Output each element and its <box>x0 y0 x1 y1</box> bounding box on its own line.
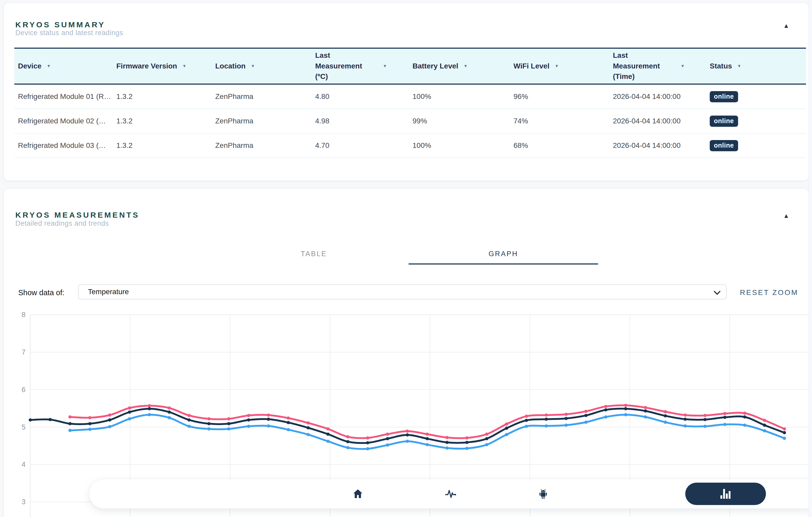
measurements-subtitle: Detailed readings and trends <box>16 220 109 228</box>
y-axis-label: 5 <box>0 422 26 432</box>
cell-time: 2026-04-04 14:00:00 <box>609 141 706 150</box>
column-header-last-measurement-time[interactable]: Last Measurement (Time) ▼ <box>609 49 706 84</box>
cell-status: online <box>706 140 806 151</box>
cell-firmware: 1.3.2 <box>113 92 211 101</box>
column-header-last-measurement-c[interactable]: Last Measurement (ºC) ▼ <box>312 49 409 84</box>
collapse-summary-button[interactable]: ▲ <box>778 20 794 31</box>
series-select-value: Temperature <box>88 288 129 296</box>
cell-battery: 100% <box>409 92 510 101</box>
table-body: Refrigerated Module 01 (R… 1.3.2 ZenPhar… <box>14 85 806 158</box>
y-axis-label: 7 <box>0 347 26 357</box>
y-axis-label: 4 <box>0 459 26 469</box>
status-badge: online <box>710 116 738 127</box>
cell-device: Refrigerated Module 02 (… <box>14 117 113 125</box>
cell-last-c: 4.70 <box>312 141 409 150</box>
measurements-title: KRYOS MEASUREMENTS <box>16 210 140 220</box>
cell-device: Refrigerated Module 03 (… <box>14 141 113 150</box>
summary-subtitle: Device status and latest readings <box>16 29 123 37</box>
table-row: Refrigerated Module 03 (… 1.3.2 ZenPharm… <box>14 134 806 158</box>
cell-device: Refrigerated Module 01 (R… <box>14 92 113 101</box>
show-data-label: Show data of: <box>18 288 64 297</box>
column-header-location[interactable]: Location ▼ <box>211 49 312 84</box>
table-row: Refrigerated Module 02 (… 1.3.2 ZenPharm… <box>14 109 806 134</box>
tab-table[interactable]: TABLE <box>219 244 409 264</box>
cell-location: ZenPharma <box>211 117 312 125</box>
summary-card: KRYOS SUMMARY Device status and latest r… <box>4 3 809 181</box>
cell-firmware: 1.3.2 <box>113 117 211 125</box>
series-line-refrigerated-module-01 <box>30 409 785 443</box>
nav-android-button[interactable] <box>527 479 559 509</box>
activity-icon <box>444 488 457 500</box>
status-badge: online <box>710 91 738 102</box>
summary-title: KRYOS SUMMARY <box>16 20 106 29</box>
y-axis-label: 6 <box>0 385 26 395</box>
collapse-up-icon: ▲ <box>783 212 789 219</box>
y-axis-label: 3 <box>0 497 26 507</box>
table-row: Refrigerated Module 01 (R… 1.3.2 ZenPhar… <box>14 85 806 109</box>
sort-arrow-icon[interactable]: ▼ <box>680 64 685 68</box>
cell-last-c: 4.98 <box>312 117 409 125</box>
cell-time: 2026-04-04 14:00:00 <box>609 117 706 125</box>
android-icon <box>538 488 549 500</box>
sort-arrow-icon[interactable]: ▼ <box>737 64 742 68</box>
cell-firmware: 1.3.2 <box>113 141 211 150</box>
column-header-status[interactable]: Status ▼ <box>706 49 806 84</box>
cell-wifi: 68% <box>510 141 609 150</box>
column-header-device[interactable]: Device ▼ <box>14 49 113 84</box>
dashboard-page: { "summary_card": { "title": "KRYOS SUMM… <box>0 0 812 517</box>
cell-wifi: 96% <box>510 92 609 101</box>
table-header-row: Device ▼ Firmware Version ▼ Location ▼ L… <box>14 48 806 85</box>
measurements-tabs: TABLE GRAPH <box>219 244 598 264</box>
cell-last-c: 4.80 <box>312 92 409 101</box>
cell-status: online <box>706 91 806 102</box>
column-header-firmware[interactable]: Firmware Version ▼ <box>113 49 211 84</box>
collapse-measurements-button[interactable]: ▲ <box>778 210 794 222</box>
y-axis-label: 8 <box>0 310 26 320</box>
bar-chart-icon <box>720 489 731 499</box>
status-badge: online <box>710 140 738 151</box>
sort-arrow-icon[interactable]: ▼ <box>464 64 468 68</box>
home-icon <box>352 488 364 499</box>
sort-arrow-icon[interactable]: ▼ <box>182 64 186 68</box>
tab-graph[interactable]: GRAPH <box>409 244 598 264</box>
column-header-wifi[interactable]: WiFi Level ▼ <box>510 49 609 84</box>
sort-arrow-icon[interactable]: ▼ <box>251 64 255 68</box>
reset-zoom-button[interactable]: RESET ZOOM <box>740 288 799 297</box>
sort-arrow-icon[interactable]: ▼ <box>555 64 559 68</box>
cell-battery: 99% <box>409 117 510 125</box>
cell-wifi: 74% <box>510 117 609 125</box>
collapse-up-icon: ▲ <box>783 22 789 29</box>
sort-arrow-icon[interactable]: ▼ <box>47 64 51 68</box>
scrollbar[interactable] <box>808 0 812 517</box>
sort-arrow-icon[interactable]: ▼ <box>383 64 387 68</box>
cell-location: ZenPharma <box>211 141 312 150</box>
series-select[interactable]: Temperature <box>78 284 727 299</box>
cell-time: 2026-04-04 14:00:00 <box>609 92 706 101</box>
nav-home-button[interactable] <box>342 479 374 509</box>
cell-status: online <box>706 116 806 127</box>
column-header-battery[interactable]: Battery Level ▼ <box>409 49 510 84</box>
cell-location: ZenPharma <box>211 92 312 101</box>
cell-battery: 100% <box>409 141 510 150</box>
bottom-nav-bar <box>89 479 812 509</box>
nav-bar-chart-button-active[interactable] <box>685 483 766 505</box>
nav-activity-button[interactable] <box>435 479 466 509</box>
device-summary-table: Device ▼ Firmware Version ▼ Location ▼ L… <box>14 48 806 158</box>
